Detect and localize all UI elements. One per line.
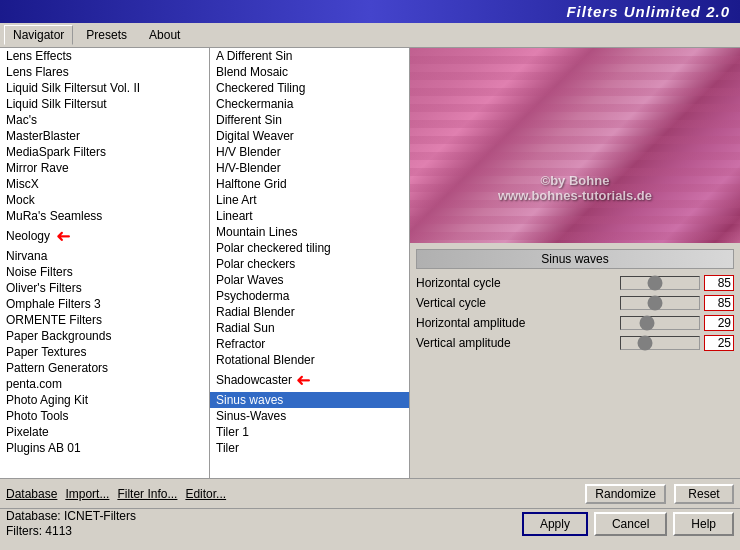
apply-button[interactable]: Apply <box>522 512 588 536</box>
menu-bar: Navigator Presets About <box>0 23 740 48</box>
list-item-rotational-blender[interactable]: Rotational Blender <box>210 352 409 368</box>
list-item[interactable]: Refractor <box>210 336 409 352</box>
horizontal-cycle-value: 85 <box>704 275 734 291</box>
list-item[interactable]: Polar checkers <box>210 256 409 272</box>
reset-button[interactable]: Reset <box>674 484 734 504</box>
list-item[interactable]: H/V Blender <box>210 144 409 160</box>
vertical-cycle-value: 85 <box>704 295 734 311</box>
menu-navigator[interactable]: Navigator <box>4 25 73 45</box>
list-item-photo-tools[interactable]: Photo Tools <box>0 408 209 424</box>
watermark-line1: ©by Bohne <box>498 173 652 188</box>
filter-title: Sinus waves <box>416 249 734 269</box>
list-item[interactable]: Lens Effects <box>0 48 209 64</box>
list-item[interactable]: Blend Mosaic <box>210 64 409 80</box>
list-item[interactable]: Different Sin <box>210 112 409 128</box>
list-item[interactable]: Liquid Silk Filtersut <box>0 96 209 112</box>
list-item[interactable]: MuRa's Seamless <box>0 208 209 224</box>
list-item[interactable]: Plugins AB 01 <box>0 440 209 456</box>
list-item-shadowcaster[interactable]: Shadowcaster ➜ <box>210 368 409 392</box>
import-link[interactable]: Import... <box>65 487 109 501</box>
list-item[interactable]: Mock <box>0 192 209 208</box>
watermark: ©by Bohne www.bohnes-tutorials.de <box>498 173 652 203</box>
list-item[interactable]: A Different Sin <box>210 48 409 64</box>
list-item[interactable]: Mac's <box>0 112 209 128</box>
param-label: Vertical cycle <box>416 296 616 310</box>
list-item[interactable]: MiscX <box>0 176 209 192</box>
vertical-amplitude-slider[interactable] <box>620 336 700 350</box>
param-label: Horizontal cycle <box>416 276 616 290</box>
database-link[interactable]: Database <box>6 487 57 501</box>
list-item[interactable]: H/V-Blender <box>210 160 409 176</box>
settings-area: Sinus waves Horizontal cycle 85 Vertical… <box>410 243 740 478</box>
list-item[interactable]: penta.com <box>0 376 209 392</box>
list-item[interactable]: Radial Sun <box>210 320 409 336</box>
list-item[interactable]: Liquid Silk Filtersut Vol. II <box>0 80 209 96</box>
filter-list-panel: A Different Sin Blend Mosaic Checkered T… <box>210 48 410 478</box>
list-item[interactable]: Polar Waves <box>210 272 409 288</box>
status-bar: Database: ICNET-Filters Filters: 4113 Ap… <box>0 508 740 538</box>
arrow-icon-shadowcaster: ➜ <box>296 369 311 391</box>
list-item[interactable]: Psychoderma <box>210 288 409 304</box>
arrow-icon: ➜ <box>56 225 71 247</box>
list-item[interactable]: Mountain Lines <box>210 224 409 240</box>
preview-area: ©by Bohne www.bohnes-tutorials.de <box>410 48 740 243</box>
list-item[interactable]: Tiler 1 <box>210 424 409 440</box>
vertical-amplitude-value: 25 <box>704 335 734 351</box>
vertical-cycle-slider[interactable] <box>620 296 700 310</box>
list-item[interactable]: Lens Flares <box>0 64 209 80</box>
list-item-polar-checkered[interactable]: Polar checkered tiling <box>210 240 409 256</box>
bottom-toolbar: Database Import... Filter Info... Editor… <box>0 478 740 508</box>
list-item[interactable]: Radial Blender <box>210 304 409 320</box>
randomize-button[interactable]: Randomize <box>585 484 666 504</box>
filter-info-link[interactable]: Filter Info... <box>117 487 177 501</box>
horizontal-amplitude-slider[interactable] <box>620 316 700 330</box>
param-row-vertical-amplitude: Vertical amplitude 25 <box>416 335 734 351</box>
param-row-vertical-cycle: Vertical cycle 85 <box>416 295 734 311</box>
app-title: Filters Unlimited 2.0 <box>566 3 730 20</box>
list-item[interactable]: Nirvana <box>0 248 209 264</box>
horizontal-amplitude-value: 29 <box>704 315 734 331</box>
list-item[interactable]: Oliver's Filters <box>0 280 209 296</box>
menu-presets[interactable]: Presets <box>77 25 136 45</box>
list-item[interactable]: Halftone Grid <box>210 176 409 192</box>
filters-status: Filters: 4113 <box>6 524 136 538</box>
list-item[interactable]: MasterBlaster <box>0 128 209 144</box>
list-item[interactable]: Lineart <box>210 208 409 224</box>
list-item[interactable]: Paper Textures <box>0 344 209 360</box>
param-label: Horizontal amplitude <box>416 316 616 330</box>
cancel-button[interactable]: Cancel <box>594 512 667 536</box>
list-item[interactable]: Line Art <box>210 192 409 208</box>
editor-link[interactable]: Editor... <box>185 487 226 501</box>
list-item[interactable]: Mirror Rave <box>0 160 209 176</box>
list-item[interactable]: Photo Aging Kit <box>0 392 209 408</box>
list-item[interactable]: Digital Weaver <box>210 128 409 144</box>
database-status: Database: ICNET-Filters <box>6 509 136 523</box>
title-bar: Filters Unlimited 2.0 <box>0 0 740 23</box>
list-item[interactable]: Paper Backgrounds <box>0 328 209 344</box>
list-item[interactable]: MediaSpark Filters <box>0 144 209 160</box>
list-item-sinus-waves[interactable]: Sinus waves <box>210 392 409 408</box>
list-item[interactable]: Omphale Filters 3 <box>0 296 209 312</box>
watermark-line2: www.bohnes-tutorials.de <box>498 188 652 203</box>
help-button[interactable]: Help <box>673 512 734 536</box>
list-item[interactable]: Sinus-Waves <box>210 408 409 424</box>
param-row-horizontal-amplitude: Horizontal amplitude 29 <box>416 315 734 331</box>
list-item[interactable]: Tiler <box>210 440 409 456</box>
list-item[interactable]: ORMENTE Filters <box>0 312 209 328</box>
list-item[interactable]: Pattern Generators <box>0 360 209 376</box>
list-item[interactable]: Checkermania <box>210 96 409 112</box>
horizontal-cycle-slider[interactable] <box>620 276 700 290</box>
filter-categories-panel: Lens Effects Lens Flares Liquid Silk Fil… <box>0 48 210 478</box>
list-item-checkered-tiling[interactable]: Checkered Tiling <box>210 80 409 96</box>
list-item[interactable]: Noise Filters <box>0 264 209 280</box>
param-row-horizontal-cycle: Horizontal cycle 85 <box>416 275 734 291</box>
list-item[interactable]: Pixelate <box>0 424 209 440</box>
list-item-neology[interactable]: Neology ➜ <box>0 224 209 248</box>
param-label: Vertical amplitude <box>416 336 616 350</box>
menu-about[interactable]: About <box>140 25 189 45</box>
preview-settings-panel: ©by Bohne www.bohnes-tutorials.de Sinus … <box>410 48 740 478</box>
